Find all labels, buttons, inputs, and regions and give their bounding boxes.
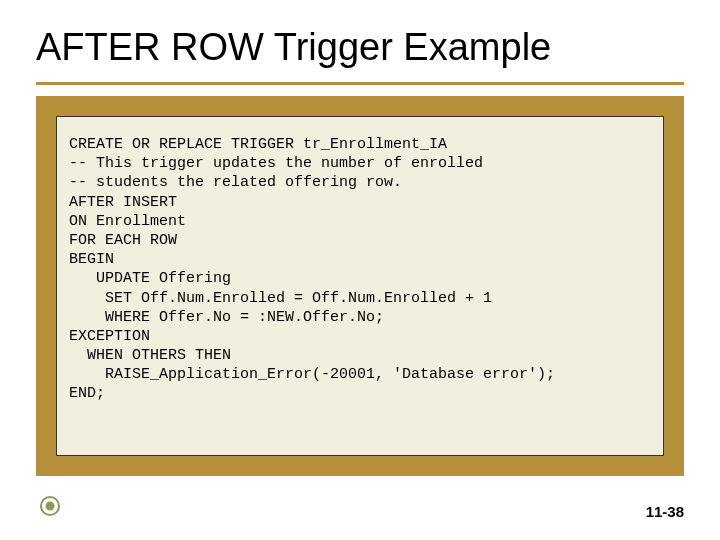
title-underline <box>36 82 684 85</box>
code-panel: CREATE OR REPLACE TRIGGER tr_Enrollment_… <box>56 116 664 456</box>
content-frame: CREATE OR REPLACE TRIGGER tr_Enrollment_… <box>36 96 684 476</box>
code-block: CREATE OR REPLACE TRIGGER tr_Enrollment_… <box>69 135 651 404</box>
bullet-icon <box>40 496 60 516</box>
svg-point-1 <box>46 502 55 511</box>
slide: AFTER ROW Trigger Example CREATE OR REPL… <box>0 0 720 540</box>
slide-title: AFTER ROW Trigger Example <box>36 26 551 69</box>
slide-number: 11-38 <box>646 503 684 520</box>
